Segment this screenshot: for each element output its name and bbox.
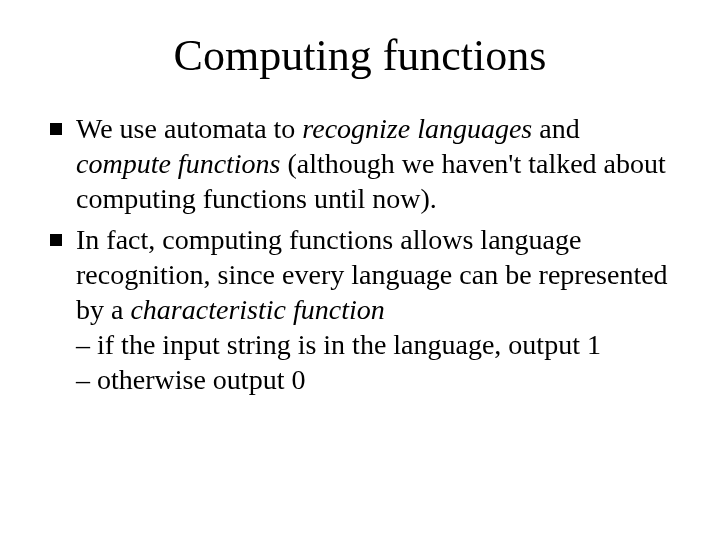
slide-body: We use automata to recognize languages a…	[50, 111, 670, 397]
slide-title: Computing functions	[50, 30, 670, 81]
bullet-item: In fact, computing functions allows lang…	[50, 222, 670, 397]
square-bullet-icon	[50, 123, 62, 135]
square-bullet-icon	[50, 234, 62, 246]
text-run: We use automata to	[76, 113, 302, 144]
text-run: and	[532, 113, 579, 144]
bullet-text: We use automata to recognize languages a…	[76, 111, 670, 216]
text-run-italic: compute functions	[76, 148, 281, 179]
text-run-italic: characteristic function	[130, 294, 384, 325]
sub-line: – otherwise output 0	[76, 362, 670, 397]
slide: Computing functions We use automata to r…	[0, 0, 720, 540]
text-run-italic: recognize languages	[302, 113, 532, 144]
bullet-item: We use automata to recognize languages a…	[50, 111, 670, 216]
sub-line: – if the input string is in the language…	[76, 327, 670, 362]
bullet-text: In fact, computing functions allows lang…	[76, 222, 670, 397]
